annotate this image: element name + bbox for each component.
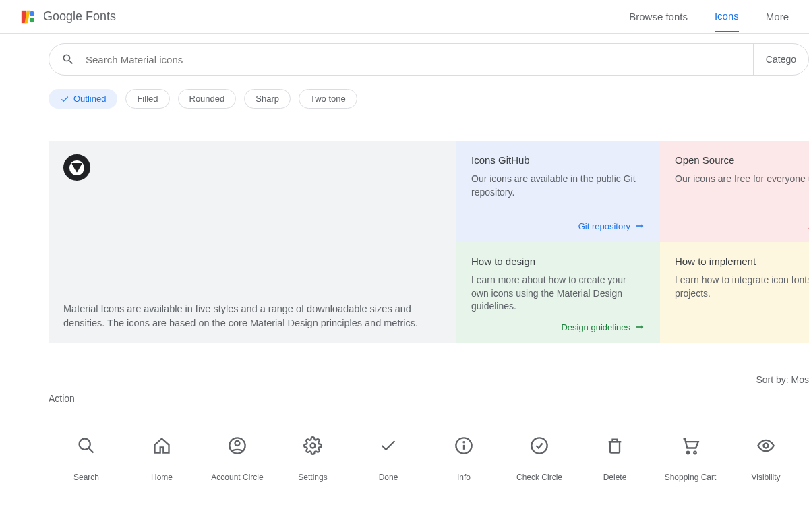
svg-line-6 bbox=[89, 448, 94, 453]
chip-filled[interactable]: Filled bbox=[125, 89, 169, 109]
svg-point-14 bbox=[687, 452, 690, 454]
search-icon bbox=[61, 53, 75, 66]
style-chips: Outlined Filled Rounded Sharp Two tone bbox=[0, 76, 809, 109]
header: Google Fonts Browse fonts Icons More bbox=[0, 0, 809, 34]
nav-more[interactable]: More bbox=[766, 1, 789, 32]
svg-point-13 bbox=[531, 438, 547, 453]
info-cards: Material Icons are available in five sty… bbox=[49, 141, 809, 343]
search-bar: Catego bbox=[49, 43, 809, 76]
card-design-link[interactable]: Design guidelines bbox=[561, 322, 645, 332]
icon-account-circle[interactable]: Account Circle bbox=[200, 424, 275, 498]
svg-point-2 bbox=[30, 11, 34, 16]
icon-settings[interactable]: Settings bbox=[275, 424, 351, 498]
card-main: Material Icons are available in five sty… bbox=[49, 141, 456, 343]
svg-point-8 bbox=[235, 441, 240, 446]
icon-info[interactable]: Info bbox=[426, 424, 502, 498]
search-icon bbox=[77, 436, 96, 455]
shopping-cart-icon bbox=[681, 436, 700, 455]
search-input[interactable] bbox=[86, 54, 741, 65]
chip-rounded[interactable]: Rounded bbox=[178, 89, 237, 109]
category-heading: Action bbox=[49, 393, 809, 404]
icon-visibility[interactable]: Visibility bbox=[728, 424, 804, 498]
icon-shopping-cart[interactable]: Shopping Cart bbox=[653, 424, 728, 498]
nav-browse-fonts[interactable]: Browse fonts bbox=[629, 1, 688, 32]
home-icon bbox=[152, 436, 171, 455]
card-impl-body: Learn how to integrate icon fonts projec… bbox=[675, 274, 809, 300]
card-open-title: Open Source bbox=[675, 154, 809, 166]
icon-done[interactable]: Done bbox=[351, 424, 426, 498]
svg-point-12 bbox=[463, 442, 464, 442]
done-icon bbox=[379, 436, 398, 455]
arrow-right-icon bbox=[634, 220, 645, 231]
category-dropdown[interactable]: Catego bbox=[754, 44, 808, 75]
sort-row: Sort by: Mos bbox=[49, 374, 809, 385]
material-design-icon bbox=[63, 154, 90, 181]
settings-icon bbox=[303, 436, 322, 455]
svg-point-3 bbox=[30, 17, 34, 22]
check-icon bbox=[60, 94, 69, 104]
logo-text: Google Fonts bbox=[43, 9, 116, 24]
logo[interactable]: Google Fonts bbox=[20, 9, 116, 24]
card-github-body: Our icons are available in the public Gi… bbox=[471, 173, 645, 199]
logo-mark-icon bbox=[20, 9, 35, 24]
visibility-icon bbox=[756, 436, 775, 455]
icon-grid: Search Home Account Circle Settings Done… bbox=[49, 424, 809, 498]
svg-point-9 bbox=[311, 444, 316, 448]
card-design-title: How to design bbox=[471, 256, 645, 267]
icon-check-circle[interactable]: Check Circle bbox=[502, 424, 577, 498]
card-open-source: Open Source Our icons are free for every… bbox=[660, 141, 809, 242]
delete-icon bbox=[605, 436, 624, 455]
check-circle-icon bbox=[530, 436, 549, 455]
card-open-body: Our icons are free for everyone t bbox=[675, 173, 809, 186]
chip-outlined[interactable]: Outlined bbox=[49, 89, 117, 109]
info-icon bbox=[454, 436, 473, 455]
card-implement: How to implement Learn how to integrate … bbox=[660, 242, 809, 343]
icon-search[interactable]: Search bbox=[49, 424, 124, 498]
card-github-title: Icons GitHub bbox=[471, 154, 645, 166]
svg-point-5 bbox=[80, 439, 90, 450]
svg-point-16 bbox=[764, 444, 769, 448]
arrow-right-icon bbox=[634, 322, 645, 332]
chip-two-tone[interactable]: Two tone bbox=[299, 89, 357, 109]
icon-delete[interactable]: Delete bbox=[577, 424, 653, 498]
card-design-body: Learn more about how to create your own … bbox=[471, 274, 645, 314]
top-nav: Browse fonts Icons More bbox=[629, 1, 789, 32]
card-main-body: Material Icons are available in five sty… bbox=[63, 181, 442, 330]
card-github-link[interactable]: Git repository bbox=[578, 220, 645, 231]
card-github: Icons GitHub Our icons are available in … bbox=[456, 141, 660, 242]
nav-icons[interactable]: Icons bbox=[715, 1, 739, 32]
account-circle-icon bbox=[228, 436, 247, 455]
svg-point-15 bbox=[694, 452, 696, 454]
card-impl-title: How to implement bbox=[675, 256, 809, 267]
icon-home[interactable]: Home bbox=[124, 424, 200, 498]
sort-dropdown[interactable]: Sort by: Mos bbox=[756, 374, 809, 385]
search-input-wrap[interactable] bbox=[49, 44, 754, 75]
chip-sharp[interactable]: Sharp bbox=[244, 89, 291, 109]
card-design: How to design Learn more about how to cr… bbox=[456, 242, 660, 343]
